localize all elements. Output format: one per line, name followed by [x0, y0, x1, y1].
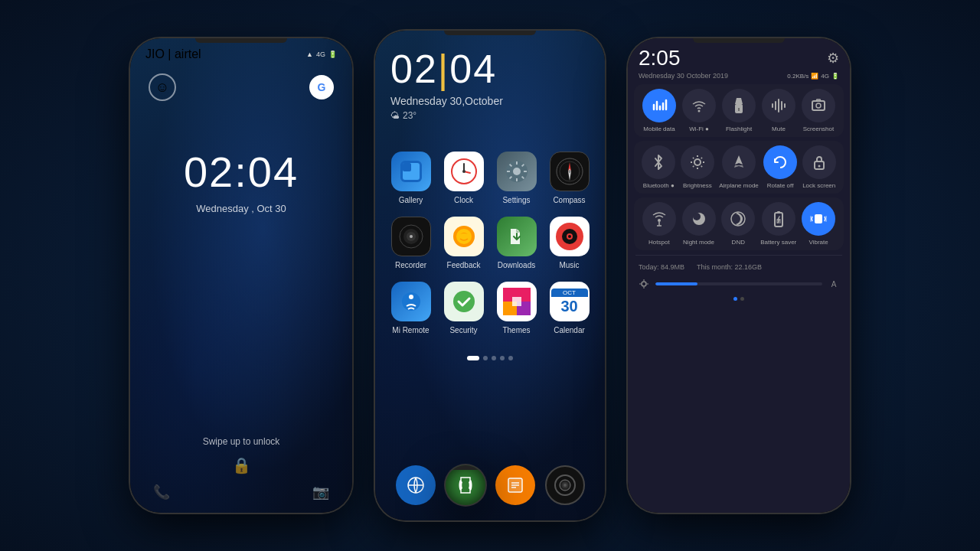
- app-security[interactable]: Security: [443, 282, 484, 334]
- app-feedback[interactable]: Feedback: [443, 217, 484, 269]
- home-header: 02|04 Wednesday 30,October 🌤 23°: [375, 31, 605, 121]
- page-dots: [628, 294, 850, 304]
- dock-notes[interactable]: [495, 465, 535, 505]
- svg-rect-2: [403, 163, 411, 171]
- status-bar: JIO | airtel ▲ 4G 🔋: [130, 38, 352, 61]
- lock-screen-label: Lock screen: [802, 182, 835, 189]
- dock-camera[interactable]: [545, 465, 585, 505]
- app-themes[interactable]: Themes: [496, 282, 537, 334]
- svg-point-44: [816, 103, 821, 108]
- cc-vibrate[interactable]: Vibrate: [801, 202, 836, 246]
- data-today: Today: 84.9MB: [639, 263, 684, 271]
- bluetooth-icon: [642, 145, 675, 179]
- cc-night-mode[interactable]: Night mode: [681, 202, 717, 246]
- bottom-shortcuts: 📞 📷: [130, 484, 352, 500]
- speed-label: 0.2KB/s: [787, 73, 808, 80]
- dock-browser[interactable]: [396, 465, 436, 505]
- miremote-label: Mi Remote: [392, 326, 429, 334]
- face-unlock-icon[interactable]: ☺: [149, 73, 176, 101]
- temperature: 23°: [403, 110, 416, 121]
- cc-flashlight[interactable]: Flashlight: [721, 89, 756, 132]
- mobile-data-icon: [642, 89, 676, 122]
- hotspot-label: Hotspot: [648, 239, 670, 246]
- svg-point-6: [462, 170, 466, 173]
- phone-homescreen: 02|04 Wednesday 30,October 🌤 23°: [375, 31, 605, 520]
- airplane-label: Airplane mode: [719, 182, 759, 189]
- unlock-text: Swipe up to unlock: [203, 436, 280, 447]
- cc-wifi[interactable]: Wi-Fi ●: [681, 89, 717, 132]
- lock-screen-icon: [802, 145, 836, 179]
- cc-mute[interactable]: Mute: [761, 89, 796, 132]
- airplane-mode-icon: [722, 145, 756, 179]
- cc-time: 2:05: [639, 46, 681, 70]
- hotspot-icon: [642, 202, 676, 236]
- gallery-icon: [391, 152, 431, 191]
- cc-status-bar: 2:05 ⚙: [628, 38, 850, 72]
- brightness-slider[interactable]: [655, 282, 822, 285]
- app-grid: Gallery Clock: [375, 136, 605, 350]
- battery-icon: 🔋: [328, 51, 337, 58]
- unlock-prompt[interactable]: Swipe up to unlock 🔒: [130, 436, 352, 474]
- flashlight-icon: [722, 89, 756, 122]
- signal-icon: ▲: [306, 51, 313, 58]
- compass-icon: [550, 152, 590, 191]
- dock-phone[interactable]: [446, 465, 485, 505]
- cc-hotspot[interactable]: Hotspot: [642, 202, 677, 246]
- battery-status-icon: 🔋: [831, 73, 839, 80]
- gallery-label: Gallery: [399, 196, 423, 204]
- cc-rotate-off[interactable]: Rotate off: [763, 145, 798, 189]
- date-display: Wednesday , Oct 30: [184, 203, 299, 214]
- status-icons: ▲ 4G 🔋: [306, 51, 337, 58]
- mobile-data-label: Mobile data: [643, 126, 675, 132]
- music-label: Music: [559, 261, 579, 269]
- battery-saver-icon: [762, 202, 795, 236]
- feedback-label: Feedback: [447, 261, 481, 269]
- page-dot-active: [733, 297, 737, 301]
- security-label: Security: [449, 326, 477, 334]
- control-grid-row1: Mobile data Wi-Fi ●: [634, 84, 844, 137]
- app-recorder[interactable]: Recorder: [390, 217, 431, 269]
- recorder-icon: [391, 217, 431, 256]
- weather-widget: 🌤 23°: [390, 110, 590, 121]
- app-calendar[interactable]: OCT 30 Calendar: [549, 282, 590, 334]
- vibrate-icon: [802, 202, 835, 236]
- svg-point-45: [694, 159, 701, 165]
- dot-4: [500, 356, 505, 360]
- dot-2: [483, 356, 488, 360]
- svg-point-13: [568, 170, 571, 173]
- music-icon: [550, 217, 590, 256]
- app-miremote[interactable]: Mi Remote: [390, 282, 431, 334]
- svg-point-40: [698, 110, 701, 112]
- settings-gear-icon[interactable]: ⚙: [827, 50, 839, 67]
- security-icon: [444, 282, 484, 321]
- carrier-label: JIO | airtel: [145, 47, 201, 61]
- camera-shortcut-icon[interactable]: 📷: [312, 484, 329, 500]
- cc-screenshot[interactable]: Screenshot: [801, 89, 836, 132]
- wifi-label: Wi-Fi ●: [689, 126, 709, 132]
- app-compass[interactable]: Compass: [549, 152, 590, 204]
- svg-line-53: [701, 158, 702, 158]
- data-month: This month: 22.16GB: [697, 263, 762, 271]
- mute-label: Mute: [772, 126, 786, 132]
- app-settings[interactable]: Settings: [496, 152, 537, 204]
- app-downloads[interactable]: Downloads: [496, 217, 537, 269]
- app-music[interactable]: Music: [549, 217, 590, 269]
- compass-label: Compass: [553, 196, 585, 204]
- google-icon[interactable]: G: [309, 75, 334, 99]
- rotate-off-icon: [763, 145, 797, 179]
- phone-shortcut-icon[interactable]: 📞: [153, 484, 170, 500]
- cc-battery-saver[interactable]: Battery saver: [760, 202, 796, 246]
- phone-lockscreen: JIO | airtel ▲ 4G 🔋 ☺ G 02:04 Wednesday …: [130, 38, 352, 513]
- app-clock[interactable]: Clock: [443, 152, 484, 204]
- themes-label: Themes: [502, 326, 530, 334]
- svg-rect-65: [815, 214, 822, 223]
- cc-brightness[interactable]: Brightness: [681, 145, 715, 189]
- cc-lock-screen[interactable]: Lock screen: [802, 145, 836, 189]
- app-gallery[interactable]: Gallery: [390, 152, 431, 204]
- cc-mobile-data[interactable]: Mobile data: [642, 89, 677, 132]
- cc-airplane[interactable]: Airplane mode: [719, 145, 759, 189]
- cc-dnd[interactable]: DND: [720, 202, 756, 246]
- home-date: Wednesday 30,October: [390, 95, 590, 107]
- dot-5: [508, 356, 513, 360]
- cc-bluetooth[interactable]: Bluetooth ●: [642, 145, 676, 189]
